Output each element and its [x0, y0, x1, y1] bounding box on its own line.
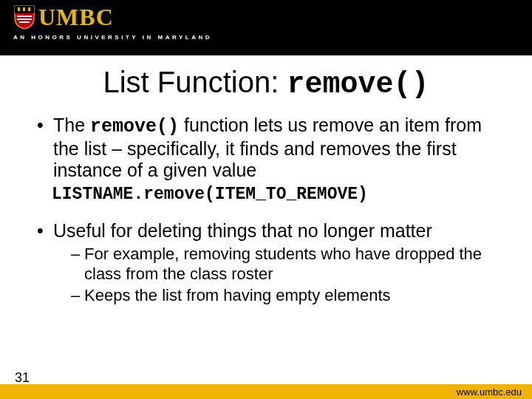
sub-item: For example, removing students who have … — [71, 245, 502, 284]
code-line: LISTNAME.remove(ITEM_TO_REMOVE) — [52, 185, 502, 204]
title-prefix: List Function: — [103, 66, 287, 98]
title-code: remove() — [287, 68, 429, 101]
svg-rect-0 — [18, 7, 20, 11]
svg-rect-5 — [19, 21, 30, 23]
tagline: AN HONORS UNIVERSITY IN MARYLAND — [13, 34, 532, 41]
text-run: The — [53, 115, 90, 135]
tagline-suffix: IN MARYLAND — [143, 34, 212, 41]
sub-item: Keeps the list from having empty element… — [71, 286, 502, 306]
slide: UMBC AN HONORS UNIVERSITY IN MARYLAND Li… — [0, 0, 532, 399]
text-run-mono: remove() — [90, 116, 179, 137]
footer-url: www.umbc.edu — [457, 386, 522, 398]
page-number: 31 — [15, 370, 30, 386]
tagline-prefix: AN HONORS UNIVERSITY — [13, 34, 138, 41]
spacer — [37, 204, 502, 220]
bullet-list: The remove() function lets us remove an … — [37, 115, 502, 182]
svg-rect-3 — [17, 16, 32, 17]
logo: UMBC AN HONORS UNIVERSITY IN MARYLAND — [13, 4, 532, 41]
slide-title: List Function: remove() — [0, 66, 532, 101]
footer-bar — [0, 384, 532, 399]
logo-text: UMBC — [38, 5, 114, 29]
content: The remove() function lets us remove an … — [0, 115, 532, 305]
logo-top: UMBC — [13, 4, 532, 30]
header-bar: UMBC AN HONORS UNIVERSITY IN MARYLAND — [0, 0, 532, 55]
bullet-item: The remove() function lets us remove an … — [37, 115, 502, 182]
bullet-list: Useful for deleting things that no longe… — [37, 220, 502, 306]
text-run: Useful for deleting things that no longe… — [53, 220, 432, 241]
bullet-item: Useful for deleting things that no longe… — [37, 220, 502, 306]
svg-rect-4 — [17, 18, 32, 20]
svg-rect-2 — [28, 7, 30, 11]
shield-icon — [13, 4, 35, 30]
svg-rect-1 — [23, 7, 25, 11]
sub-list: For example, removing students who have … — [71, 245, 502, 305]
